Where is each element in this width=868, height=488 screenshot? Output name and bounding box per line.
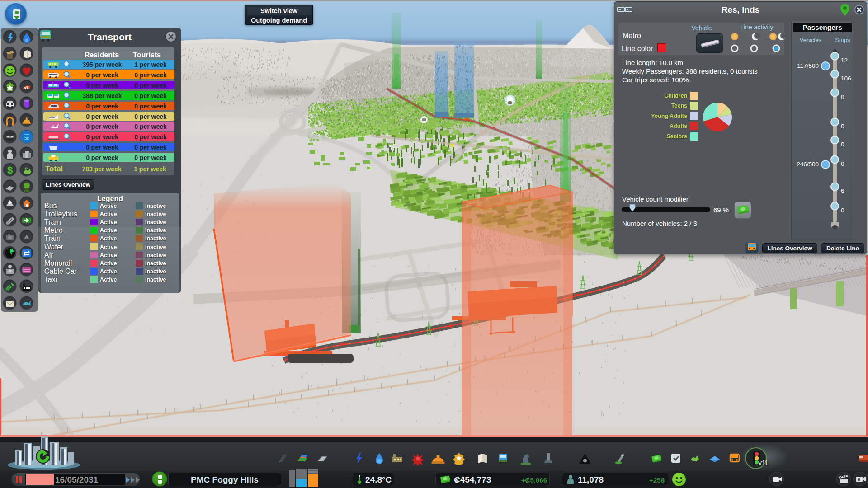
svg-text:$: $: [7, 164, 13, 176]
